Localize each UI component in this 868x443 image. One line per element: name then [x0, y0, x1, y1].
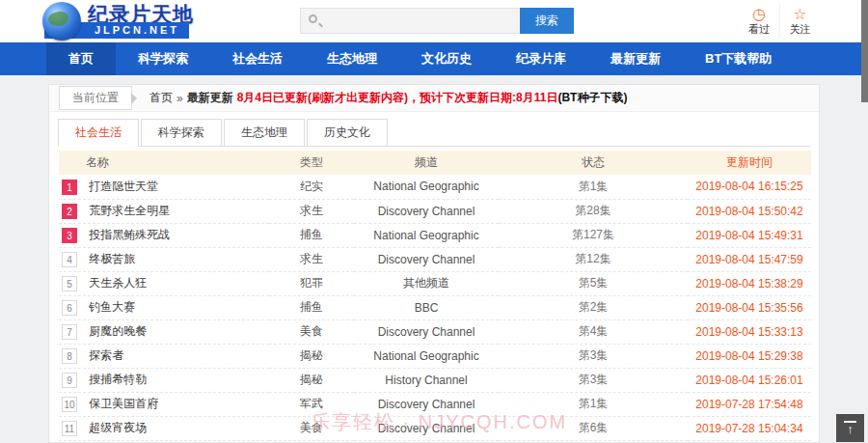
- documentary-link[interactable]: 钓鱼大赛: [89, 300, 135, 314]
- current-location-label: 当前位置: [59, 86, 132, 110]
- documentary-table: 名称 类型 频道 状态 更新时间 1 打造隐世天堂 纪实 National G: [59, 151, 811, 443]
- documentary-link[interactable]: 保卫美国首府: [89, 397, 158, 410]
- documentary-link[interactable]: 天生杀人狂: [89, 276, 147, 290]
- table-row: 7 厨魔的晚餐 美食 Discovery Channel 第4集 2019-08…: [59, 319, 811, 344]
- updated-cell: 2019-08-04 15:33:13: [688, 319, 811, 344]
- status-cell: 第1集: [499, 392, 688, 416]
- status-cell: 第127集: [499, 223, 688, 247]
- table-row: 11 超级宵夜场 美食 Discovery Channel 第6集 2019-0…: [59, 416, 811, 440]
- type-cell: 纪实: [269, 175, 354, 199]
- follow-label: 关注: [790, 23, 811, 35]
- search-button[interactable]: 搜索: [520, 8, 574, 34]
- updated-cell: 2019-08-04 15:47:59: [688, 247, 811, 271]
- documentary-link[interactable]: 投指黑鲔殊死战: [89, 228, 170, 241]
- channel-cell: Discovery Channel: [354, 319, 499, 344]
- updated-cell: 2019-08-04 16:15:25: [688, 175, 811, 199]
- table-row: 5 天生杀人狂 犯罪 其他频道 第5集 2019-08-04 15:38:29: [59, 271, 811, 295]
- documentary-link[interactable]: 搜捕希特勒: [89, 373, 147, 386]
- watched-label: 看过: [748, 23, 770, 35]
- documentary-link[interactable]: 荒野求生全明星: [89, 204, 170, 217]
- name-cell: 10 保卫美国首府: [59, 392, 269, 416]
- type-cell: 揭秘: [269, 368, 354, 392]
- channel-cell: National Geographic: [354, 175, 499, 199]
- rank-badge: 2: [62, 204, 77, 219]
- search-input[interactable]: [300, 8, 520, 34]
- scrollbar-thumb[interactable]: [861, 0, 868, 102]
- column-header-name: 名称: [59, 151, 269, 175]
- updated-cell: 2019-08-04 15:26:01: [688, 368, 811, 392]
- nav-item[interactable]: 科学探索: [116, 42, 210, 75]
- status-cell: 第3集: [499, 344, 688, 368]
- category-tab[interactable]: 历史文化: [307, 119, 388, 147]
- category-tab[interactable]: 生态地理: [224, 119, 305, 147]
- watched-button[interactable]: ◷ 看过: [739, 4, 779, 39]
- updated-cell: 2019-08-04 15:49:31: [688, 223, 811, 247]
- channel-cell: Discovery Channel: [354, 416, 499, 440]
- nav-item[interactable]: 文化历史: [399, 42, 494, 75]
- type-cell: 求生: [269, 247, 354, 271]
- column-header-type: 类型: [269, 151, 354, 175]
- status-cell: 第1集: [499, 175, 688, 199]
- site-logo[interactable]: 纪录片天地 JLPCN.NET: [42, 0, 240, 42]
- channel-cell: National Geographic: [354, 344, 499, 368]
- nav-item[interactable]: 社会生活: [210, 42, 305, 75]
- table-row: 2 荒野求生全明星 求生 Discovery Channel 第28集 2019…: [59, 199, 811, 223]
- rank-badge: 6: [62, 300, 77, 316]
- breadcrumb-section: 最新更新: [187, 90, 233, 106]
- name-cell: 8 探索者: [59, 344, 269, 368]
- table-row: 3 投指黑鲔殊死战 捕鱼 National Geographic 第127集 2…: [59, 223, 811, 247]
- category-tab[interactable]: 社会生活: [58, 119, 139, 147]
- nav-item[interactable]: 生态地理: [305, 42, 399, 75]
- table-row: 8 探索者 揭秘 National Geographic 第3集 2019-08…: [59, 344, 811, 368]
- name-cell: 11 超级宵夜场: [59, 416, 269, 440]
- documentary-link[interactable]: 厨魔的晚餐: [89, 324, 147, 338]
- table-row: 6 钓鱼大赛 捕鱼 BBC 第2集 2019-08-04 15:35:56: [59, 295, 811, 319]
- search-bar: 搜索: [300, 8, 574, 34]
- breadcrumb-home-link[interactable]: 首页: [149, 90, 173, 106]
- nav-item[interactable]: 首页: [46, 42, 116, 75]
- documentary-link[interactable]: 探索者: [89, 348, 123, 362]
- rank-badge: 7: [62, 324, 77, 340]
- nav-item[interactable]: BT下载帮助: [683, 42, 794, 75]
- category-tab[interactable]: 科学探索: [141, 119, 222, 147]
- channel-cell: Discovery Channel: [354, 247, 499, 271]
- rank-badge: 3: [62, 228, 77, 243]
- status-cell: 第28集: [499, 199, 688, 223]
- name-cell: 2 荒野求生全明星: [59, 199, 269, 223]
- status-cell: 第5集: [499, 271, 688, 295]
- name-cell: 4 终极苦旅: [59, 247, 269, 271]
- follow-button[interactable]: ☆ 关注: [779, 4, 820, 39]
- type-cell: 捕鱼: [269, 295, 354, 319]
- update-notice: 8月4日已更新(刷新才出更新内容)，预计下次更新日期:8月11日: [237, 90, 558, 106]
- star-icon: ☆: [780, 6, 820, 22]
- name-cell: 9 搜捕希特勒: [59, 368, 269, 392]
- column-header-status: 状态: [499, 151, 688, 175]
- updated-cell: 2019-08-04 15:29:38: [688, 344, 811, 368]
- updated-cell: 2019-08-04 15:38:29: [688, 271, 811, 295]
- type-cell: 揭秘: [269, 344, 354, 368]
- breadcrumb: 当前位置 首页 » 最新更新 8月4日已更新(刷新才出更新内容)，预计下次更新日…: [49, 85, 819, 112]
- updated-cell: 2019-08-04 15:35:56: [688, 295, 811, 319]
- status-cell: 第6集: [499, 416, 688, 440]
- status-cell: 第12集: [499, 247, 688, 271]
- rank-badge: 5: [62, 276, 77, 291]
- main-nav: 首页 科学探索 社会生活 生态地理 文化历史 纪录片库 最新更新 BT下载帮助: [0, 42, 868, 75]
- nav-item[interactable]: 最新更新: [588, 42, 683, 75]
- rank-badge: 11: [62, 421, 77, 436]
- header-actions: ◷ 看过 ☆ 关注: [739, 4, 820, 39]
- type-cell: 美食: [269, 416, 354, 440]
- status-cell: 第3集: [499, 368, 688, 392]
- table-row: 1 打造隐世天堂 纪实 National Geographic 第1集 2019…: [59, 175, 811, 199]
- rank-badge: 9: [62, 373, 77, 388]
- nav-item[interactable]: 纪录片库: [494, 42, 588, 75]
- documentary-link[interactable]: 打造隐世天堂: [89, 180, 158, 193]
- channel-cell: History Channel: [354, 368, 499, 392]
- documentary-link[interactable]: 终极苦旅: [89, 252, 135, 265]
- type-cell: 犯罪: [269, 271, 354, 295]
- rank-badge: 4: [62, 252, 77, 267]
- history-clock-icon: ◷: [739, 6, 779, 22]
- back-to-top-button[interactable]: ↑: [836, 414, 864, 442]
- type-cell: 捕鱼: [269, 223, 354, 247]
- name-cell: 1 打造隐世天堂: [59, 175, 269, 199]
- documentary-link[interactable]: 超级宵夜场: [89, 421, 147, 434]
